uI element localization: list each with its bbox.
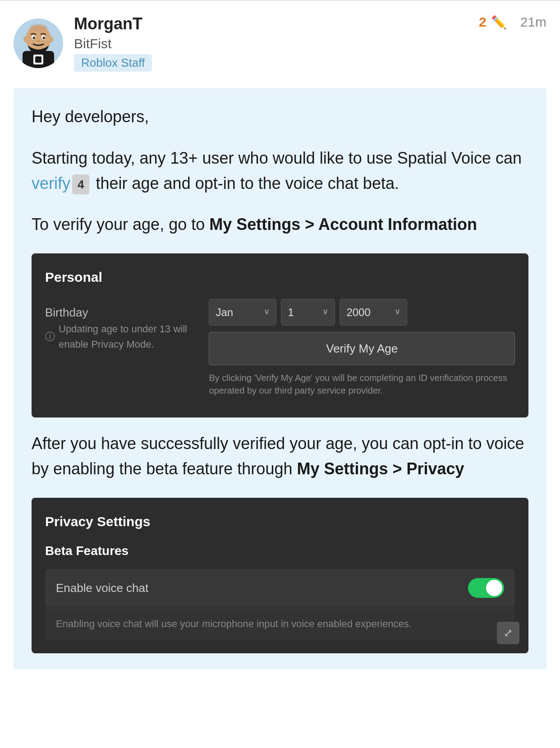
date-dropdowns: Jan ∨ 1 ∨ 2000 ∨ bbox=[209, 299, 515, 326]
month-dropdown[interactable]: Jan ∨ bbox=[209, 299, 276, 326]
avatar bbox=[14, 18, 63, 68]
voice-chat-toggle-row: Enable voice chat bbox=[45, 569, 515, 607]
author-handle: BitFist bbox=[74, 36, 152, 51]
paragraph1-after: their age and opt-in to the voice chat b… bbox=[91, 174, 399, 193]
svg-point-12 bbox=[29, 24, 47, 31]
voice-chat-label: Enable voice chat bbox=[56, 579, 148, 597]
day-dropdown[interactable]: 1 ∨ bbox=[281, 299, 335, 326]
voice-chat-toggle[interactable] bbox=[468, 578, 504, 598]
personal-section-title: Personal bbox=[45, 267, 515, 288]
toggle-knob bbox=[486, 580, 502, 596]
verify-disclaimer: By clicking 'Verify My Age' you will be … bbox=[209, 372, 515, 397]
birthday-row: Birthday ⓘ Updating age to under 13 will… bbox=[45, 299, 515, 397]
paragraph1-before: Starting today, any 13+ user who would l… bbox=[32, 149, 522, 167]
post-header: MorganT BitFist Roblox Staff 2 ✏️ 21m bbox=[14, 14, 546, 72]
svg-point-11 bbox=[37, 40, 40, 42]
paragraph-1: Starting today, any 13+ user who would l… bbox=[32, 146, 528, 196]
verify-link[interactable]: verify bbox=[32, 174, 70, 193]
edit-count[interactable]: 2 ✏️ bbox=[479, 14, 507, 30]
post-body: Hey developers, Starting today, any 13+ … bbox=[14, 88, 546, 670]
chevron-down-icon: ∨ bbox=[395, 306, 400, 318]
author-info: MorganT BitFist Roblox Staff bbox=[74, 14, 152, 72]
voice-chat-note: Enabling voice chat will use your microp… bbox=[45, 608, 515, 640]
svg-point-10 bbox=[43, 37, 45, 39]
info-icon: ⓘ bbox=[45, 329, 55, 344]
privacy-screenshot-wrapper: Privacy Settings Beta Features Enable vo… bbox=[32, 498, 528, 653]
svg-point-5 bbox=[23, 36, 28, 42]
paragraph-2: To verify your age, go to My Settings > … bbox=[32, 212, 528, 237]
birthday-controls: Jan ∨ 1 ∨ 2000 ∨ Verify My Age By bbox=[209, 299, 515, 397]
svg-rect-3 bbox=[35, 56, 41, 63]
post-container: MorganT BitFist Roblox Staff 2 ✏️ 21m He… bbox=[0, 0, 560, 688]
pencil-icon: ✏️ bbox=[491, 15, 507, 30]
privacy-settings-title: Privacy Settings bbox=[45, 511, 515, 532]
staff-badge: Roblox Staff bbox=[74, 54, 152, 72]
verify-my-age-button[interactable]: Verify My Age bbox=[209, 332, 515, 365]
time-ago: 21m bbox=[520, 14, 546, 30]
privacy-card-screenshot: Privacy Settings Beta Features Enable vo… bbox=[32, 498, 528, 653]
svg-point-6 bbox=[49, 36, 53, 42]
birthday-label: Birthday bbox=[45, 299, 200, 321]
paragraph-3: After you have successfully verified you… bbox=[32, 431, 528, 482]
chevron-down-icon: ∨ bbox=[264, 306, 270, 318]
greeting: Hey developers, bbox=[32, 104, 528, 129]
privacy-mode-note: ⓘ Updating age to under 13 will enable P… bbox=[45, 321, 200, 352]
edit-number: 2 bbox=[479, 14, 487, 30]
author-name: MorganT bbox=[74, 14, 152, 33]
svg-point-9 bbox=[33, 37, 35, 39]
post-meta: 2 ✏️ 21m bbox=[479, 14, 546, 30]
chevron-down-icon: ∨ bbox=[322, 306, 328, 318]
expand-icon[interactable]: ⤢ bbox=[497, 622, 519, 644]
paragraph2-before: To verify your age, go to bbox=[32, 215, 209, 234]
year-dropdown[interactable]: 2000 ∨ bbox=[340, 299, 407, 326]
footnote-badge: 4 bbox=[72, 174, 89, 194]
paragraph3-bold: My Settings > Privacy bbox=[297, 459, 464, 478]
beta-features-title: Beta Features bbox=[45, 541, 515, 560]
personal-card-screenshot: Personal Birthday ⓘ Updating age to unde… bbox=[32, 253, 528, 418]
author-section: MorganT BitFist Roblox Staff bbox=[14, 14, 152, 72]
paragraph2-bold: My Settings > Account Information bbox=[209, 215, 477, 234]
